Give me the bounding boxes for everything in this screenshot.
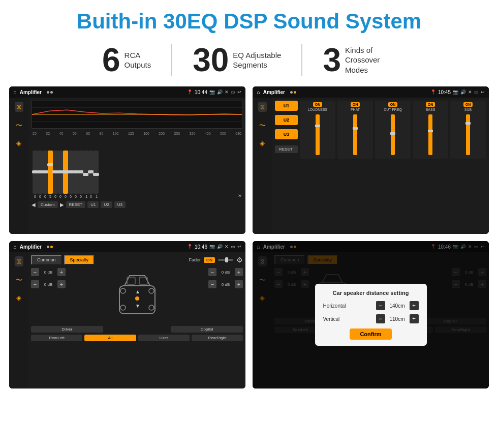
close-icon-2: ✕ (468, 89, 472, 95)
loudness-fader[interactable] (316, 114, 320, 155)
crossover-main: U1 U2 U3 RESET ON LOUDNESS (272, 98, 489, 234)
next-icon[interactable]: ▶ (60, 202, 64, 207)
eq-slider-0[interactable]: 0 (33, 151, 38, 198)
crossover-wave-icon[interactable]: 〜 (259, 121, 266, 130)
rearright-btn[interactable]: RearRight (192, 335, 243, 341)
vol-minus-br[interactable]: − (208, 280, 216, 288)
u3-btn[interactable]: U3 (114, 201, 126, 208)
topbar-icons-crossover: 📍 10:45 📷 🔊 ✕ ▭ ↩ (430, 89, 485, 95)
vol-plus-br[interactable]: + (235, 280, 243, 288)
close-icon-3: ✕ (225, 244, 229, 249)
vol-control-tl: − 0 dB + (31, 268, 66, 276)
back-icon-2[interactable]: ↩ (481, 89, 485, 95)
speaker-layout: − 0 dB + − 0 dB + (31, 268, 243, 324)
horizontal-plus[interactable]: + (410, 301, 419, 310)
bass-on[interactable]: ON (426, 102, 435, 107)
copilot-btn[interactable]: Copilot (171, 326, 243, 333)
eq-slider-8[interactable]: 0 (73, 151, 78, 198)
fader-bottom-btns: Driver Copilot (31, 326, 243, 333)
vol-plus-bl[interactable]: + (57, 280, 66, 288)
fader-on-badge[interactable]: ON (204, 257, 215, 263)
eq-sidebar: ⧖ 〜 ◈ (9, 98, 28, 234)
fader-sidebar: ⧖ 〜 ◈ (9, 252, 28, 389)
cutfreq-fader[interactable] (391, 114, 395, 155)
vertical-plus[interactable]: + (410, 314, 419, 323)
prev-icon[interactable]: ◀ (32, 202, 36, 207)
u1-preset[interactable]: U1 (275, 101, 298, 111)
vol-plus-tr[interactable]: + (235, 268, 243, 276)
loudness-on[interactable]: ON (313, 102, 323, 107)
sub-on[interactable]: ON (463, 102, 473, 107)
bass-fader[interactable] (428, 114, 432, 155)
custom-btn[interactable]: Custom (38, 201, 58, 208)
eq-slider-12[interactable]: -1 (94, 151, 99, 198)
back-icon[interactable]: ↩ (237, 89, 241, 95)
rearleft-btn[interactable]: RearLeft (31, 335, 82, 341)
tab-common[interactable]: Common (31, 255, 62, 265)
close-icon: ✕ (225, 89, 229, 95)
horizontal-label: Horizontal (323, 303, 346, 309)
confirm-button[interactable]: Confirm (350, 328, 391, 340)
eq-content: ⧖ 〜 ◈ 2 (9, 98, 245, 234)
horizontal-value: 140cm (387, 303, 408, 309)
all-btn[interactable]: All (84, 335, 136, 341)
eq-slider-10[interactable]: -1 (83, 151, 88, 198)
eq-slider-6[interactable]: 0 (63, 151, 68, 198)
cutfreq-label: CUT FREQ (384, 108, 402, 111)
stat-rca-number: 6 (102, 44, 120, 76)
crossover-reset[interactable]: RESET (275, 145, 298, 153)
home-icon[interactable]: ⌂ (13, 89, 17, 95)
fader-slider[interactable] (218, 259, 233, 261)
dialog-box: Car speaker distance setting Horizontal … (315, 284, 427, 346)
u3-preset[interactable]: U3 (275, 129, 298, 139)
horizontal-control: − 140cm + (376, 301, 419, 310)
cutfreq-on[interactable]: ON (388, 102, 398, 107)
vol-minus-bl[interactable]: − (31, 280, 39, 288)
crossover-speaker-icon[interactable]: ◈ (260, 139, 265, 147)
u1-btn[interactable]: U1 (87, 201, 99, 208)
eq-wave-icon[interactable]: 〜 (16, 121, 22, 130)
eq-slider-1[interactable]: 0 (38, 151, 43, 198)
crossover-filter-icon[interactable]: ⧖ (258, 102, 267, 112)
vol-minus-tl[interactable]: − (31, 268, 39, 276)
eq-filter-icon[interactable]: ⧖ (15, 102, 23, 112)
home-icon-2[interactable]: ⌂ (257, 89, 260, 95)
vol-left: − 0 dB + − 0 dB + (31, 268, 66, 324)
vertical-minus[interactable]: − (376, 314, 385, 323)
window-icon-2: ▭ (474, 89, 479, 95)
eq-slider-7[interactable]: 0 (68, 151, 73, 198)
horizontal-minus[interactable]: − (376, 301, 385, 310)
expand-icon[interactable]: » (238, 192, 241, 198)
eq-slider-2[interactable]: 0 (43, 151, 48, 198)
phat-fader[interactable] (353, 114, 357, 155)
eq-slider-3[interactable]: 5 (48, 151, 53, 198)
topbar-time-crossover: 10:45 (438, 89, 451, 95)
vol-plus-tl[interactable]: + (57, 268, 66, 276)
channel-phat: ON PHAT (337, 101, 373, 159)
amp-layout: U1 U2 U3 RESET ON LOUDNESS (275, 101, 486, 159)
reset-btn[interactable]: RESET (66, 201, 86, 208)
vol-right: − 0 dB + − 0 dB + (208, 268, 243, 324)
eq-slider-5[interactable]: 0 (58, 151, 63, 198)
driver-btn[interactable]: Driver (31, 326, 103, 333)
screen-crossover: ⌂ Amplifier 📍 10:45 📷 🔊 ✕ ▭ ↩ ⧖ 〜 ◈ (253, 86, 489, 234)
eq-slider-4[interactable]: 0 (53, 151, 58, 198)
fader-filter-icon[interactable]: ⧖ (15, 256, 23, 266)
fader-wave-icon[interactable]: 〜 (16, 276, 22, 285)
vol-minus-tr[interactable]: − (208, 268, 216, 276)
sub-fader[interactable] (466, 114, 470, 155)
tab-specialty[interactable]: Specialty (64, 255, 95, 265)
u2-btn[interactable]: U2 (101, 201, 112, 208)
stat-rca: 6 RCAOutputs (82, 44, 172, 76)
eq-speaker-icon[interactable]: ◈ (16, 139, 21, 147)
u2-preset[interactable]: U2 (275, 115, 298, 125)
screen-distance: ⌂ Amplifier 📍 10:46 📷 🔊 ✕ ▭ ↩ ⧖ 〜 ◈ (253, 241, 489, 389)
topbar-icons-eq: 📍 10:44 📷 🔊 ✕ ▭ ↩ (187, 89, 241, 95)
home-icon-3[interactable]: ⌂ (13, 244, 17, 250)
user-btn[interactable]: User (138, 335, 190, 341)
settings-icon[interactable]: ⚙ (236, 256, 243, 264)
fader-speaker-icon[interactable]: ◈ (16, 294, 21, 302)
phat-on[interactable]: ON (351, 102, 360, 107)
back-icon-3[interactable]: ↩ (237, 244, 241, 249)
topbar-crossover-title: Amplifier (263, 89, 285, 95)
